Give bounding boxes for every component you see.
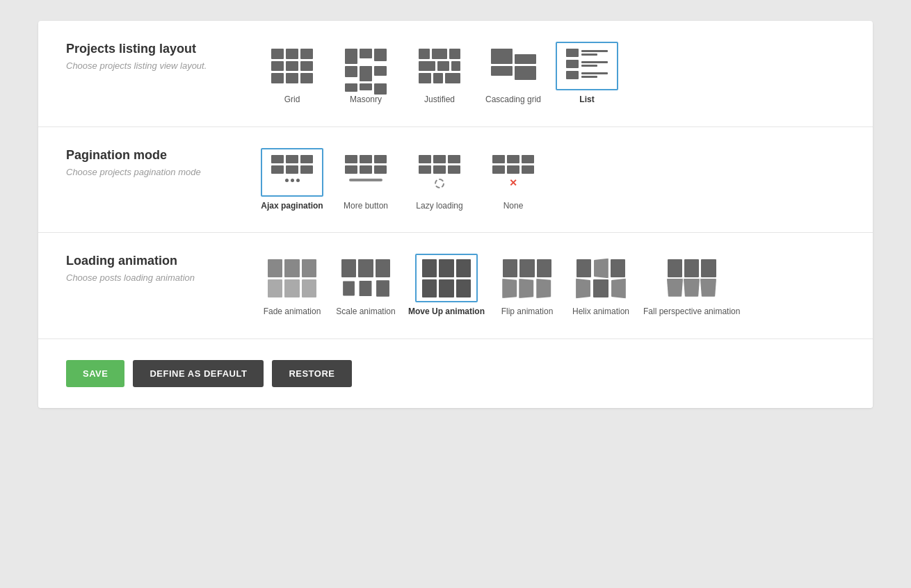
animation-option-helix[interactable]: Helix animation (570, 254, 632, 318)
animation-fall-icon-wrap (661, 254, 723, 302)
layout-option-justified[interactable]: Justified (408, 42, 471, 106)
layout-masonry-icon-wrap (334, 42, 397, 90)
section-desc-pagination: Choose projects pagination mode (66, 167, 219, 177)
section-label-layout: Projects listing layout Choose projects … (66, 42, 219, 71)
define-default-button[interactable]: DEFINE AS DEFAULT (133, 360, 264, 387)
animation-option-flip[interactable]: Flip animation (496, 254, 558, 318)
animation-fade-icon-wrap (261, 254, 323, 302)
pagination-option-more[interactable]: More button (334, 148, 397, 212)
layout-cascading-label: Cascading grid (485, 95, 541, 106)
section-desc-layout: Choose projects listing view layout. (66, 60, 219, 71)
section-title-layout: Projects listing layout (66, 42, 219, 56)
animation-options-row: Fade animation Scale animation (261, 254, 740, 318)
pagination-more-icon (345, 155, 387, 190)
layout-justified-icon-wrap (408, 42, 471, 90)
animation-section: Loading animation Choose posts loading a… (38, 233, 873, 339)
pagination-none-icon: ✕ (492, 155, 534, 190)
animation-scale-label: Scale animation (336, 307, 395, 318)
layout-cascading-icon (491, 49, 536, 83)
layout-justified-label: Justified (424, 95, 455, 106)
layout-grid-icon (271, 49, 313, 83)
animation-helix-icon (577, 259, 625, 297)
animation-moveup-icon-wrap (415, 254, 478, 302)
layout-grid-icon-wrap (261, 42, 323, 90)
section-title-pagination: Pagination mode (66, 148, 219, 163)
pagination-lazy-label: Lazy loading (416, 201, 462, 212)
animation-scale-icon (341, 259, 390, 297)
layout-options-row: Grid (261, 42, 618, 106)
animation-moveup-icon (422, 259, 471, 297)
animation-option-fall[interactable]: Fall perspective animation (643, 254, 740, 318)
pagination-none-icon-wrap: ✕ (482, 148, 545, 197)
pagination-none-label: None (503, 201, 524, 212)
animation-fall-label: Fall perspective animation (643, 307, 740, 318)
layout-list-icon (566, 49, 608, 83)
animation-fade-icon (268, 259, 316, 297)
animation-moveup-label: Move Up animation (408, 307, 485, 318)
layout-option-grid[interactable]: Grid (261, 42, 323, 106)
pagination-ajax-icon-wrap (261, 148, 323, 197)
restore-button[interactable]: RESTORE (272, 360, 351, 387)
animation-scale-icon-wrap (334, 254, 397, 302)
animation-flip-label: Flip animation (501, 307, 554, 318)
layout-justified-icon (419, 49, 460, 83)
save-button[interactable]: SAVE (66, 360, 124, 387)
section-label-pagination: Pagination mode Choose projects paginati… (66, 148, 219, 177)
section-label-animation: Loading animation Choose posts loading a… (66, 254, 219, 283)
animation-helix-label: Helix animation (572, 307, 629, 318)
layout-cascading-icon-wrap (482, 42, 545, 90)
pagination-more-label: More button (344, 201, 388, 212)
layout-option-masonry[interactable]: Masonry (334, 42, 397, 106)
animation-option-fade[interactable]: Fade animation (261, 254, 323, 318)
layout-list-icon-wrap (556, 42, 618, 90)
pagination-options-row: Ajax pagination More button (261, 148, 545, 212)
pagination-lazy-icon-wrap (408, 148, 471, 197)
section-title-animation: Loading animation (66, 254, 219, 268)
footer-section: SAVE DEFINE AS DEFAULT RESTORE (38, 339, 873, 408)
pagination-option-none[interactable]: ✕ None (482, 148, 545, 212)
pagination-lazy-icon (419, 155, 460, 190)
layout-masonry-icon (345, 49, 387, 83)
animation-flip-icon-wrap (496, 254, 558, 302)
animation-option-scale[interactable]: Scale animation (334, 254, 397, 318)
pagination-more-icon-wrap (334, 148, 397, 197)
projects-layout-section: Projects listing layout Choose projects … (38, 21, 873, 127)
animation-fade-label: Fade animation (264, 307, 321, 318)
settings-card: Projects listing layout Choose projects … (38, 21, 873, 408)
layout-masonry-label: Masonry (350, 95, 382, 106)
layout-list-label: List (579, 95, 594, 106)
animation-fall-icon (668, 259, 716, 297)
pagination-option-ajax[interactable]: Ajax pagination (261, 148, 323, 212)
pagination-none-x: ✕ (509, 177, 517, 188)
pagination-ajax-label: Ajax pagination (261, 201, 323, 212)
pagination-section: Pagination mode Choose projects paginati… (38, 127, 873, 234)
pagination-ajax-icon (271, 155, 313, 190)
pagination-option-lazy[interactable]: Lazy loading (408, 148, 471, 212)
section-desc-animation: Choose posts loading animation (66, 272, 219, 283)
layout-option-list[interactable]: List (556, 42, 618, 106)
animation-flip-icon (503, 259, 551, 297)
layout-option-cascading[interactable]: Cascading grid (482, 42, 545, 106)
layout-grid-label: Grid (284, 95, 300, 106)
animation-option-moveup[interactable]: Move Up animation (408, 254, 485, 318)
animation-helix-icon-wrap (570, 254, 632, 302)
